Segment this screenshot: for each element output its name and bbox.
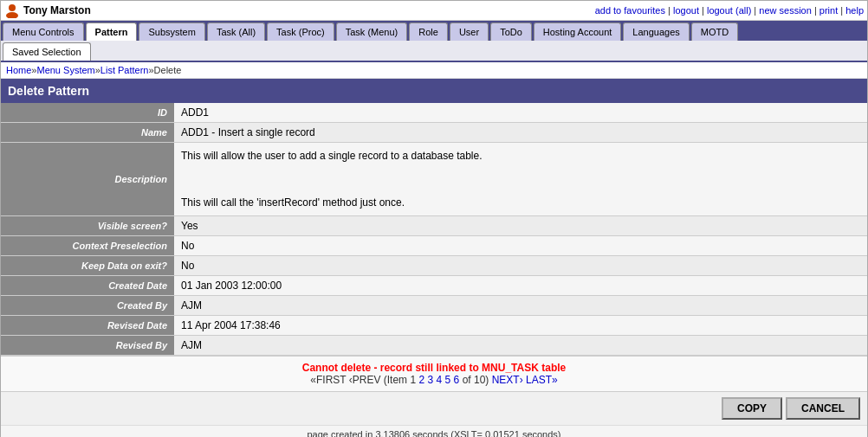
table-row: Context PreselectionNo: [1, 236, 867, 256]
table-row: Created Date01 Jan 2003 12:00:00: [1, 276, 867, 296]
field-label: Revised Date: [1, 316, 174, 336]
field-value: 11 Apr 2004 17:38:46: [174, 316, 867, 336]
table-row: IDADD1: [1, 103, 867, 123]
field-label: Context Preselection: [1, 236, 174, 256]
logout-all-link[interactable]: logout (all): [707, 5, 751, 16]
username: Tony Marston: [23, 4, 91, 16]
pagination: «FIRST ‹PREV (Item 1 2 3 4 5 6 of 10) NE…: [6, 374, 862, 386]
field-label: Name: [1, 123, 174, 143]
footer: page created in 3.13806 seconds (XSLT= 0…: [1, 425, 867, 437]
table-row: NameADD1 - Insert a single record: [1, 123, 867, 143]
top-links: add to favourites | logout | logout (all…: [595, 5, 864, 16]
field-label: Description: [1, 143, 174, 216]
tab-role[interactable]: Role: [409, 22, 448, 41]
tab-task-proc[interactable]: Task (Proc): [267, 22, 334, 41]
field-value: AJM: [174, 296, 867, 316]
tab-languages[interactable]: Languages: [623, 22, 689, 41]
field-value: No: [174, 256, 867, 276]
field-label: ID: [1, 103, 174, 123]
field-label: Created By: [1, 296, 174, 316]
new-session-link[interactable]: new session: [759, 5, 812, 16]
cancel-button[interactable]: CANCEL: [786, 397, 860, 420]
form-table: IDADD1NameADD1 - Insert a single recordD…: [1, 103, 867, 356]
field-label: Revised By: [1, 336, 174, 356]
page-info: page created in 3.13806 seconds (XSLT= 0…: [4, 429, 864, 437]
page-6-link[interactable]: 6: [454, 374, 460, 386]
add-to-favourites-link[interactable]: add to favourites: [595, 5, 665, 16]
breadcrumb-home[interactable]: Home: [6, 65, 31, 75]
breadcrumb: Home»Menu System»List Pattern»Delete: [1, 62, 867, 79]
button-bar: COPY CANCEL: [1, 391, 867, 425]
field-value: ADD1 - Insert a single record: [174, 123, 867, 143]
copy-button[interactable]: COPY: [722, 397, 782, 420]
tab-motd[interactable]: MOTD: [691, 22, 738, 41]
field-value: ADD1: [174, 103, 867, 123]
page-4-link[interactable]: 4: [437, 374, 443, 386]
page-5-link[interactable]: 5: [445, 374, 451, 386]
table-row: Revised ByAJM: [1, 336, 867, 356]
logout-link[interactable]: logout: [673, 5, 699, 16]
tab-subsystem[interactable]: Subsystem: [139, 22, 204, 41]
help-link[interactable]: help: [845, 5, 864, 16]
next-link[interactable]: NEXT›: [492, 374, 523, 386]
page-2-link[interactable]: 2: [418, 374, 424, 386]
table-row: DescriptionThis will allow the user to a…: [1, 143, 867, 216]
tab-todo[interactable]: ToDo: [490, 22, 532, 41]
field-value: Yes: [174, 216, 867, 236]
print-link[interactable]: print: [819, 5, 838, 16]
field-value: AJM: [174, 336, 867, 356]
tab-task-menu[interactable]: Task (Menu): [336, 22, 408, 41]
pagination-prefix: «FIRST ‹PREV (Item 1: [310, 374, 416, 386]
svg-point-1: [6, 12, 18, 18]
tab-saved-selection[interactable]: Saved Selection: [3, 42, 91, 61]
last-link[interactable]: LAST»: [526, 374, 558, 386]
field-value: This will allow the user to add a single…: [174, 143, 867, 216]
tab-user[interactable]: User: [450, 22, 489, 41]
table-row: Revised Date11 Apr 2004 17:38:46: [1, 316, 867, 336]
pagination-suffix: of 10): [463, 374, 489, 386]
user-icon: [4, 3, 20, 18]
tab-hosting-account[interactable]: Hosting Account: [534, 22, 622, 41]
breadcrumb-list-pattern[interactable]: List Pattern: [100, 65, 149, 75]
top-bar: Tony Marston add to favourites | logout …: [1, 1, 867, 21]
page-title: Delete Pattern: [1, 79, 867, 103]
table-row: Created ByAJM: [1, 296, 867, 316]
breadcrumb-current: Delete: [154, 65, 182, 75]
nav-tabs: Menu Controls Pattern Subsystem Task (Al…: [1, 21, 867, 41]
field-value: No: [174, 236, 867, 256]
svg-point-0: [9, 4, 16, 11]
message-bar: Cannot delete - record still linked to M…: [1, 356, 867, 391]
form-body: IDADD1NameADD1 - Insert a single recordD…: [1, 103, 867, 356]
breadcrumb-menu-system[interactable]: Menu System: [36, 65, 94, 75]
table-row: Visible screen?Yes: [1, 216, 867, 236]
field-label: Keep Data on exit?: [1, 256, 174, 276]
field-label: Visible screen?: [1, 216, 174, 236]
user-info: Tony Marston: [4, 3, 91, 18]
error-message: Cannot delete - record still linked to M…: [6, 362, 862, 374]
field-label: Created Date: [1, 276, 174, 296]
tab-task-all[interactable]: Task (All): [207, 22, 265, 41]
field-value: 01 Jan 2003 12:00:00: [174, 276, 867, 296]
page-3-link[interactable]: 3: [428, 374, 434, 386]
tab-pattern[interactable]: Pattern: [86, 22, 138, 41]
table-row: Keep Data on exit?No: [1, 256, 867, 276]
second-tabs: Saved Selection: [1, 41, 867, 62]
tab-menu-controls[interactable]: Menu Controls: [3, 22, 84, 41]
